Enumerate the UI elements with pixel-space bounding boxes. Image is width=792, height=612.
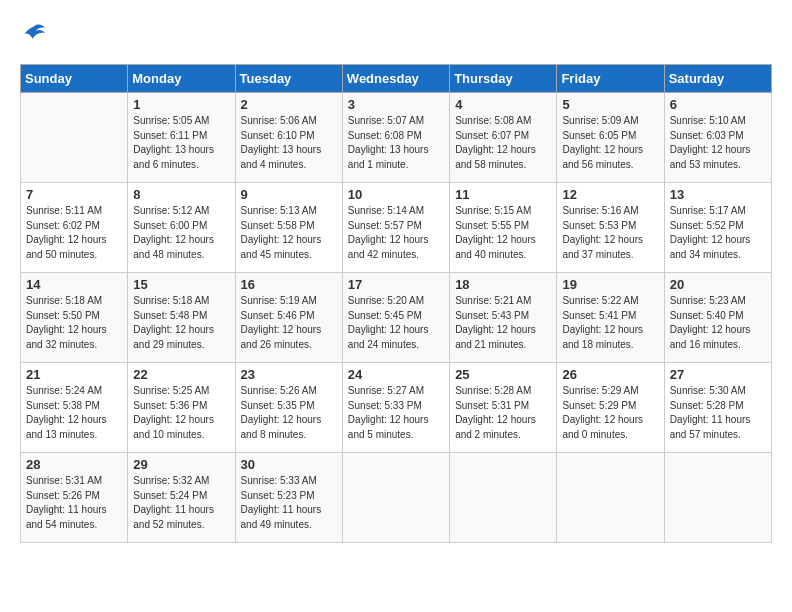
calendar-cell: 21Sunrise: 5:24 AMSunset: 5:38 PMDayligh…: [21, 363, 128, 453]
day-info: Sunrise: 5:06 AMSunset: 6:10 PMDaylight:…: [241, 114, 337, 172]
calendar-cell: 19Sunrise: 5:22 AMSunset: 5:41 PMDayligh…: [557, 273, 664, 363]
day-info: Sunrise: 5:07 AMSunset: 6:08 PMDaylight:…: [348, 114, 444, 172]
day-info: Sunrise: 5:11 AMSunset: 6:02 PMDaylight:…: [26, 204, 122, 262]
day-info: Sunrise: 5:05 AMSunset: 6:11 PMDaylight:…: [133, 114, 229, 172]
day-info: Sunrise: 5:24 AMSunset: 5:38 PMDaylight:…: [26, 384, 122, 442]
day-number: 25: [455, 367, 551, 382]
day-number: 26: [562, 367, 658, 382]
day-number: 10: [348, 187, 444, 202]
day-info: Sunrise: 5:09 AMSunset: 6:05 PMDaylight:…: [562, 114, 658, 172]
calendar-cell: 9Sunrise: 5:13 AMSunset: 5:58 PMDaylight…: [235, 183, 342, 273]
day-info: Sunrise: 5:18 AMSunset: 5:50 PMDaylight:…: [26, 294, 122, 352]
calendar-cell: [450, 453, 557, 543]
day-info: Sunrise: 5:13 AMSunset: 5:58 PMDaylight:…: [241, 204, 337, 262]
calendar-cell: 5Sunrise: 5:09 AMSunset: 6:05 PMDaylight…: [557, 93, 664, 183]
day-info: Sunrise: 5:33 AMSunset: 5:23 PMDaylight:…: [241, 474, 337, 532]
calendar-cell: 25Sunrise: 5:28 AMSunset: 5:31 PMDayligh…: [450, 363, 557, 453]
day-info: Sunrise: 5:25 AMSunset: 5:36 PMDaylight:…: [133, 384, 229, 442]
calendar-cell: 24Sunrise: 5:27 AMSunset: 5:33 PMDayligh…: [342, 363, 449, 453]
day-info: Sunrise: 5:18 AMSunset: 5:48 PMDaylight:…: [133, 294, 229, 352]
calendar-cell: 1Sunrise: 5:05 AMSunset: 6:11 PMDaylight…: [128, 93, 235, 183]
day-info: Sunrise: 5:14 AMSunset: 5:57 PMDaylight:…: [348, 204, 444, 262]
day-number: 17: [348, 277, 444, 292]
day-info: Sunrise: 5:10 AMSunset: 6:03 PMDaylight:…: [670, 114, 766, 172]
weekday-header-thursday: Thursday: [450, 65, 557, 93]
day-number: 19: [562, 277, 658, 292]
page-header: [20, 20, 772, 48]
calendar-cell: 23Sunrise: 5:26 AMSunset: 5:35 PMDayligh…: [235, 363, 342, 453]
day-number: 11: [455, 187, 551, 202]
calendar-cell: 17Sunrise: 5:20 AMSunset: 5:45 PMDayligh…: [342, 273, 449, 363]
day-info: Sunrise: 5:20 AMSunset: 5:45 PMDaylight:…: [348, 294, 444, 352]
calendar-cell: 11Sunrise: 5:15 AMSunset: 5:55 PMDayligh…: [450, 183, 557, 273]
day-number: 13: [670, 187, 766, 202]
logo: [20, 20, 52, 48]
day-number: 29: [133, 457, 229, 472]
day-number: 20: [670, 277, 766, 292]
day-number: 16: [241, 277, 337, 292]
day-number: 24: [348, 367, 444, 382]
calendar-cell: [664, 453, 771, 543]
day-info: Sunrise: 5:29 AMSunset: 5:29 PMDaylight:…: [562, 384, 658, 442]
weekday-header-monday: Monday: [128, 65, 235, 93]
calendar-cell: 27Sunrise: 5:30 AMSunset: 5:28 PMDayligh…: [664, 363, 771, 453]
day-number: 7: [26, 187, 122, 202]
day-number: 27: [670, 367, 766, 382]
calendar-cell: 22Sunrise: 5:25 AMSunset: 5:36 PMDayligh…: [128, 363, 235, 453]
day-number: 12: [562, 187, 658, 202]
day-number: 3: [348, 97, 444, 112]
calendar-cell: 28Sunrise: 5:31 AMSunset: 5:26 PMDayligh…: [21, 453, 128, 543]
weekday-header-tuesday: Tuesday: [235, 65, 342, 93]
calendar-cell: 4Sunrise: 5:08 AMSunset: 6:07 PMDaylight…: [450, 93, 557, 183]
calendar-cell: 8Sunrise: 5:12 AMSunset: 6:00 PMDaylight…: [128, 183, 235, 273]
calendar-cell: 7Sunrise: 5:11 AMSunset: 6:02 PMDaylight…: [21, 183, 128, 273]
day-number: 21: [26, 367, 122, 382]
day-info: Sunrise: 5:26 AMSunset: 5:35 PMDaylight:…: [241, 384, 337, 442]
calendar-cell: 26Sunrise: 5:29 AMSunset: 5:29 PMDayligh…: [557, 363, 664, 453]
calendar-cell: 15Sunrise: 5:18 AMSunset: 5:48 PMDayligh…: [128, 273, 235, 363]
day-info: Sunrise: 5:23 AMSunset: 5:40 PMDaylight:…: [670, 294, 766, 352]
calendar-cell: 10Sunrise: 5:14 AMSunset: 5:57 PMDayligh…: [342, 183, 449, 273]
calendar-cell: 18Sunrise: 5:21 AMSunset: 5:43 PMDayligh…: [450, 273, 557, 363]
calendar-cell: 30Sunrise: 5:33 AMSunset: 5:23 PMDayligh…: [235, 453, 342, 543]
day-info: Sunrise: 5:28 AMSunset: 5:31 PMDaylight:…: [455, 384, 551, 442]
day-info: Sunrise: 5:12 AMSunset: 6:00 PMDaylight:…: [133, 204, 229, 262]
day-number: 5: [562, 97, 658, 112]
day-info: Sunrise: 5:19 AMSunset: 5:46 PMDaylight:…: [241, 294, 337, 352]
weekday-header-sunday: Sunday: [21, 65, 128, 93]
calendar-cell: 13Sunrise: 5:17 AMSunset: 5:52 PMDayligh…: [664, 183, 771, 273]
day-number: 28: [26, 457, 122, 472]
day-number: 22: [133, 367, 229, 382]
day-info: Sunrise: 5:21 AMSunset: 5:43 PMDaylight:…: [455, 294, 551, 352]
day-number: 9: [241, 187, 337, 202]
calendar-cell: 14Sunrise: 5:18 AMSunset: 5:50 PMDayligh…: [21, 273, 128, 363]
logo-icon: [20, 20, 48, 48]
day-info: Sunrise: 5:27 AMSunset: 5:33 PMDaylight:…: [348, 384, 444, 442]
calendar-cell: [21, 93, 128, 183]
day-number: 1: [133, 97, 229, 112]
calendar-cell: 20Sunrise: 5:23 AMSunset: 5:40 PMDayligh…: [664, 273, 771, 363]
calendar-cell: 6Sunrise: 5:10 AMSunset: 6:03 PMDaylight…: [664, 93, 771, 183]
day-info: Sunrise: 5:16 AMSunset: 5:53 PMDaylight:…: [562, 204, 658, 262]
day-number: 2: [241, 97, 337, 112]
calendar-cell: 2Sunrise: 5:06 AMSunset: 6:10 PMDaylight…: [235, 93, 342, 183]
day-info: Sunrise: 5:32 AMSunset: 5:24 PMDaylight:…: [133, 474, 229, 532]
weekday-header-saturday: Saturday: [664, 65, 771, 93]
weekday-header-wednesday: Wednesday: [342, 65, 449, 93]
day-number: 4: [455, 97, 551, 112]
calendar-cell: 16Sunrise: 5:19 AMSunset: 5:46 PMDayligh…: [235, 273, 342, 363]
day-number: 8: [133, 187, 229, 202]
day-info: Sunrise: 5:31 AMSunset: 5:26 PMDaylight:…: [26, 474, 122, 532]
day-info: Sunrise: 5:08 AMSunset: 6:07 PMDaylight:…: [455, 114, 551, 172]
day-number: 14: [26, 277, 122, 292]
calendar-cell: 29Sunrise: 5:32 AMSunset: 5:24 PMDayligh…: [128, 453, 235, 543]
weekday-header-friday: Friday: [557, 65, 664, 93]
day-info: Sunrise: 5:15 AMSunset: 5:55 PMDaylight:…: [455, 204, 551, 262]
calendar-cell: [342, 453, 449, 543]
calendar-cell: [557, 453, 664, 543]
calendar-table: SundayMondayTuesdayWednesdayThursdayFrid…: [20, 64, 772, 543]
day-info: Sunrise: 5:22 AMSunset: 5:41 PMDaylight:…: [562, 294, 658, 352]
day-number: 18: [455, 277, 551, 292]
calendar-cell: 12Sunrise: 5:16 AMSunset: 5:53 PMDayligh…: [557, 183, 664, 273]
day-number: 30: [241, 457, 337, 472]
